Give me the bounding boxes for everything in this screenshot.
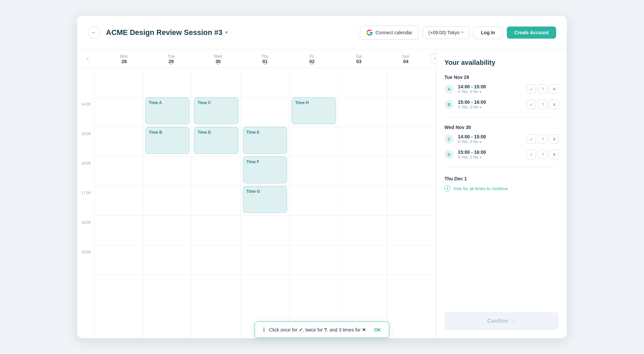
slot-mon-14[interactable] [94, 97, 143, 127]
avail-x-c[interactable]: ✕ [549, 134, 559, 144]
day-num-fri: 02 [288, 59, 335, 64]
grid-col-wed: Time C Time D [192, 68, 241, 338]
slot-thu-14[interactable] [241, 97, 289, 127]
slot-tue-17[interactable] [143, 186, 192, 216]
slot-sat-15[interactable] [338, 127, 387, 157]
day-col-fri: Fri 02 [288, 49, 335, 68]
slot-wed-19[interactable] [192, 245, 240, 275]
google-icon [366, 29, 373, 36]
slot-tue-16[interactable] [143, 157, 192, 186]
slot-mon-16[interactable] [94, 157, 143, 186]
slot-sun-15[interactable] [387, 127, 436, 157]
day-columns-header: Mon 28 Tue 29 Wed 30 Thu 01 [101, 49, 429, 68]
avail-check-d[interactable]: ✓ [527, 150, 536, 159]
calendar-prev-button[interactable]: ‹ [84, 54, 92, 62]
calendar-next-button[interactable]: › [430, 54, 436, 63]
slot-sat-18[interactable] [338, 216, 387, 245]
day-col-sun: Sun 04 [382, 49, 429, 68]
slot-sat-pre[interactable] [338, 68, 387, 97]
day-num-sat: 03 [335, 59, 382, 64]
avail-check-c[interactable]: ✓ [527, 134, 536, 144]
title-chevron-icon[interactable]: ▾ [225, 29, 228, 36]
slot-wed-16[interactable] [192, 157, 240, 186]
slot-sat-16[interactable] [338, 157, 387, 186]
slot-sun-14[interactable] [387, 97, 436, 127]
slot-tue-pre[interactable] [143, 68, 192, 97]
event-time-e[interactable]: Time E [243, 127, 287, 154]
slot-wed-pre[interactable] [192, 68, 240, 97]
avail-x-b[interactable]: ✕ [549, 100, 559, 109]
slot-mon-17[interactable] [94, 186, 143, 216]
create-account-button[interactable]: Create Account [507, 27, 556, 39]
divider-2 [444, 168, 559, 168]
confirm-button[interactable]: Confirm → [444, 312, 559, 330]
connect-calendar-button[interactable]: Connect calendar [360, 26, 419, 40]
slot-tue-19[interactable] [143, 245, 192, 275]
avail-votes-b[interactable]: 0 Yes, 0 No ▾ [458, 105, 523, 109]
slot-tue-18[interactable] [143, 216, 192, 245]
toast-ok-button[interactable]: OK [374, 327, 381, 333]
slot-sun-16[interactable] [387, 157, 436, 186]
avail-votes-a[interactable]: 0 Yes, 0 No ▾ [458, 89, 523, 94]
slot-thu-19[interactable] [241, 245, 289, 275]
avail-question-c[interactable]: ? [538, 134, 547, 144]
time-label-14: 14:00 [77, 101, 94, 130]
avail-time-a: 14:00 - 15:00 [458, 84, 523, 89]
back-button[interactable]: ← [88, 27, 100, 39]
avail-check-b[interactable]: ✓ [527, 100, 536, 109]
slot-mon-15[interactable] [94, 127, 143, 157]
avail-actions-c: ✓ ? ✕ [527, 134, 559, 144]
timezone-button[interactable]: (+09:00) Tokyo ▾ [423, 26, 469, 39]
slot-fri-15[interactable] [289, 127, 338, 157]
event-time-h[interactable]: Time H [291, 97, 336, 124]
login-button[interactable]: Log In [473, 26, 503, 39]
slot-thu-18[interactable] [241, 216, 289, 245]
slot-sun-pre[interactable] [387, 68, 436, 97]
slot-fri-19[interactable] [289, 245, 338, 275]
avail-x-a[interactable]: ✕ [549, 84, 559, 94]
thu-section: Thu Dec 1 ℹ Vote for all times to contin… [444, 175, 559, 191]
event-time-b[interactable]: Time B [145, 127, 190, 154]
slot-sat-19[interactable] [338, 245, 387, 275]
slot-mon-18[interactable] [94, 216, 143, 245]
avail-votes-c[interactable]: 0 Yes, 0 No ▾ [458, 139, 523, 144]
event-time-f[interactable]: Time F [243, 157, 287, 183]
confirm-arrow-icon: → [511, 318, 516, 324]
availability-item-d: D 15:00 - 16:00 0 Yes, 0 No ▾ ✓ ? ✕ [444, 149, 559, 160]
grid-col-sat [338, 68, 387, 338]
slot-thu-pre[interactable] [241, 68, 289, 97]
avail-check-a[interactable]: ✓ [527, 84, 536, 94]
slot-fri-pre[interactable] [289, 68, 338, 97]
avail-votes-d[interactable]: 0 Yes, 0 No ▾ [458, 155, 523, 160]
day-col-mon: Mon 28 [101, 49, 148, 68]
avail-letter-b: B [444, 100, 454, 109]
avail-actions-a: ✓ ? ✕ [527, 84, 559, 94]
time-column: 14:00 15:00 16:00 17:00 18:00 19:00 [77, 68, 94, 338]
slot-sat-14[interactable] [338, 97, 387, 127]
divider-1 [444, 118, 559, 118]
availability-item-c: C 14:00 - 15:00 0 Yes, 0 No ▾ ✓ ? ✕ [444, 134, 559, 144]
slot-fri-16[interactable] [289, 157, 338, 186]
event-time-g[interactable]: Time G [243, 186, 287, 213]
slot-sun-19[interactable] [387, 245, 436, 275]
time-label-15: 15:00 [77, 130, 94, 160]
event-time-c[interactable]: Time C [194, 97, 238, 124]
slot-fri-18[interactable] [289, 216, 338, 245]
avail-x-d[interactable]: ✕ [549, 150, 559, 159]
slot-wed-17[interactable] [192, 186, 240, 216]
avail-time-b: 15:00 - 16:00 [458, 99, 523, 105]
avail-question-d[interactable]: ? [538, 150, 547, 159]
day-col-wed: Wed 30 [195, 49, 241, 68]
slot-sun-18[interactable] [387, 216, 436, 245]
avail-question-a[interactable]: ? [538, 84, 547, 94]
slot-mon-19[interactable] [94, 245, 143, 275]
slot-wed-18[interactable] [192, 216, 240, 245]
vote-all-row[interactable]: ℹ Vote for all times to continue [444, 185, 559, 191]
event-time-a[interactable]: Time A [145, 97, 190, 124]
slot-sat-17[interactable] [338, 186, 387, 216]
slot-mon-pre[interactable] [94, 68, 143, 97]
slot-fri-17[interactable] [289, 186, 338, 216]
slot-sun-17[interactable] [387, 186, 436, 216]
event-time-d[interactable]: Time D [194, 127, 238, 154]
avail-question-b[interactable]: ? [538, 100, 547, 109]
